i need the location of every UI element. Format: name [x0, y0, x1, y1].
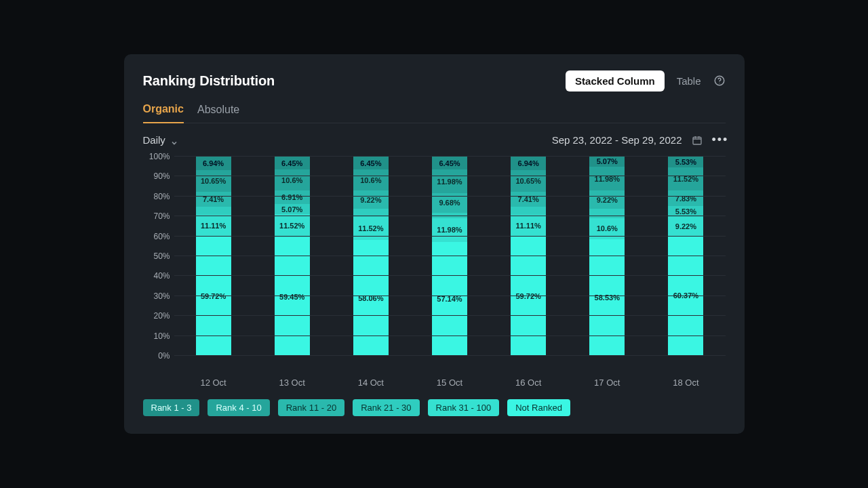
x-axis: 12 Oct13 Oct14 Oct15 Oct16 Oct17 Oct18 O…: [174, 373, 726, 391]
bar-segment: 9.22%: [668, 217, 703, 235]
bar-column[interactable]: 60.37%9.22%5.53%7.83%11.52%5.53%: [668, 157, 703, 356]
bar-segment: 6.91%: [275, 190, 310, 204]
x-tick-label: 17 Oct: [589, 378, 625, 388]
y-tick-label: 30%: [153, 291, 170, 301]
grid-line: [174, 256, 726, 256]
bar-segment: 10.65%: [511, 170, 546, 191]
x-tick-label: 16 Oct: [511, 378, 546, 388]
bar-segment: 6.45%: [275, 157, 310, 169]
bar-column[interactable]: 57.14%11.98%9.68%11.98%6.45%: [432, 157, 467, 356]
chart-area: 0%10%20%30%40%50%60%70%80%90%100% 59.72%…: [143, 157, 726, 373]
bar-segment: 11.11%: [196, 215, 231, 237]
bar-column[interactable]: 59.72%11.11%7.41%10.65%6.94%: [196, 157, 231, 356]
y-tick-label: 0%: [158, 351, 170, 361]
y-tick-label: 20%: [153, 311, 170, 321]
legend-item[interactable]: Rank 31 - 100: [428, 399, 500, 416]
bar-segment: 11.52%: [353, 217, 389, 240]
grid-line: [174, 156, 726, 157]
bar-segment: 11.98%: [432, 169, 467, 193]
grid-line: [174, 216, 726, 216]
view-stacked-column-button[interactable]: Stacked Column: [566, 70, 665, 92]
grid-line: [174, 176, 726, 176]
y-tick-label: 90%: [153, 171, 170, 181]
chevron-down-icon: [171, 137, 178, 144]
grid-line: [174, 336, 726, 336]
bar-segment: 10.6%: [353, 169, 389, 190]
y-tick-label: 70%: [153, 211, 170, 221]
bar-column[interactable]: 59.45%11.52%5.07%6.91%10.6%6.45%: [275, 157, 310, 356]
grid-line: [174, 275, 726, 276]
bar-column[interactable]: 59.72%11.11%7.41%10.65%6.94%: [511, 157, 546, 356]
x-tick-label: 13 Oct: [275, 378, 310, 388]
tab-absolute[interactable]: Absolute: [197, 103, 239, 123]
date-range-label: Sep 23, 2022 - Sep 29, 2022: [552, 134, 682, 146]
bar-segment: 59.72%: [196, 237, 231, 356]
bar-segment: 6.45%: [353, 157, 389, 169]
bar-segment: [511, 207, 546, 215]
bar-segment: 11.52%: [275, 214, 310, 237]
toolbar-right: Sep 23, 2022 - Sep 29, 2022 •••: [552, 133, 726, 147]
bar-segment: 11.52%: [668, 167, 703, 190]
grid-line: [174, 196, 726, 197]
y-tick-label: 100%: [149, 152, 170, 161]
bar-segment: 11.98%: [589, 167, 625, 190]
view-switch-group: Stacked Column Table: [566, 70, 725, 92]
metric-tabs: Organic Absolute: [143, 103, 726, 123]
bar-segment: 5.07%: [589, 157, 625, 167]
frequency-select[interactable]: Daily: [143, 134, 178, 146]
legend-item[interactable]: Rank 21 - 30: [353, 399, 419, 416]
grid-line: [174, 315, 726, 316]
bar-segment: 7.41%: [511, 192, 546, 207]
chart-toolbar: Daily Sep 23, 2022 - Sep 29, 2022 •••: [143, 133, 726, 147]
svg-point-1: [719, 83, 719, 83]
legend-item[interactable]: Rank 11 - 20: [278, 399, 344, 416]
y-tick-label: 10%: [153, 331, 170, 341]
y-tick-label: 40%: [153, 271, 170, 281]
bar-segment: 59.72%: [511, 237, 546, 356]
grid-line: [174, 355, 726, 356]
help-icon[interactable]: [713, 75, 726, 87]
bar-segment: 10.6%: [275, 169, 310, 190]
svg-rect-2: [693, 137, 701, 144]
calendar-icon[interactable]: [692, 135, 703, 146]
card-header: Ranking Distribution Stacked Column Tabl…: [143, 68, 726, 94]
legend-item[interactable]: Rank 1 - 3: [143, 399, 200, 416]
grid-line: [174, 296, 726, 296]
ranking-card: Ranking Distribution Stacked Column Tabl…: [124, 54, 745, 434]
bar-segment: 6.45%: [432, 157, 467, 169]
legend: Rank 1 - 3Rank 4 - 10Rank 11 - 20Rank 21…: [143, 399, 726, 416]
bar-segment: 58.53%: [589, 239, 625, 356]
x-tick-label: 15 Oct: [432, 378, 467, 388]
bar-segment: [589, 209, 625, 218]
bar-segment: 11.98%: [432, 218, 467, 242]
more-options-icon[interactable]: •••: [712, 133, 726, 147]
bar-segment: 11.11%: [511, 215, 546, 237]
card-title: Ranking Distribution: [143, 73, 275, 89]
x-tick-label: 12 Oct: [196, 378, 231, 388]
y-axis: 0%10%20%30%40%50%60%70%80%90%100%: [143, 157, 174, 356]
tab-organic[interactable]: Organic: [143, 103, 184, 123]
y-tick-label: 50%: [153, 251, 170, 261]
x-tick-label: 18 Oct: [668, 378, 703, 388]
bar-segment: 6.94%: [196, 157, 231, 170]
y-tick-label: 80%: [153, 192, 170, 201]
bar-column[interactable]: 58.06%11.52%9.22%10.6%6.45%: [353, 157, 389, 356]
bar-segment: 58.06%: [353, 240, 389, 356]
x-tick-label: 14 Oct: [353, 378, 389, 388]
bars-container: 59.72%11.11%7.41%10.65%6.94%59.45%11.52%…: [174, 157, 726, 356]
bar-segment: 10.65%: [196, 170, 231, 191]
bar-segment: 9.22%: [589, 190, 625, 209]
frequency-label: Daily: [143, 134, 165, 146]
bar-column[interactable]: 58.53%10.6%9.22%11.98%5.07%: [589, 157, 625, 356]
view-table-button[interactable]: Table: [677, 75, 701, 87]
bar-segment: 7.41%: [196, 192, 231, 207]
bar-segment: 6.94%: [511, 157, 546, 170]
bar-segment: [196, 207, 231, 215]
legend-item[interactable]: Rank 4 - 10: [208, 399, 269, 416]
bar-segment: 57.14%: [432, 242, 467, 356]
bar-segment: 5.07%: [275, 204, 310, 214]
y-tick-label: 60%: [153, 232, 170, 241]
legend-item[interactable]: Not Ranked: [507, 399, 570, 416]
chart-plot: 59.72%11.11%7.41%10.65%6.94%59.45%11.52%…: [174, 157, 726, 356]
bar-segment: 9.22%: [353, 190, 389, 209]
